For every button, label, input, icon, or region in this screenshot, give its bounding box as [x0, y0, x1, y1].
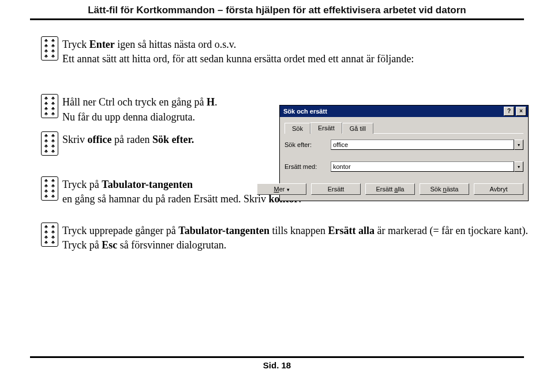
footer-rule — [30, 356, 524, 358]
text-bold: office — [88, 134, 112, 145]
text: Tryck upprepade gånger på — [62, 225, 178, 236]
text-bold: Tabulator-tangenten — [102, 179, 193, 190]
text-bold: Ersätt alla — [328, 225, 375, 236]
cancel-button[interactable]: Avbryt — [474, 183, 523, 195]
text: igen så hittas nästa ord o.s.v. — [115, 39, 236, 50]
find-dropdown[interactable]: ▾ — [514, 140, 523, 150]
text-bold: H — [207, 96, 215, 108]
text: Nu får du upp denna dialogruta. — [62, 111, 195, 123]
text: tills knappen — [269, 225, 328, 236]
replace-dropdown[interactable]: ▾ — [514, 161, 523, 172]
text: Tryck på — [62, 179, 102, 190]
list-item: ♣♣♣♣♣♣♣♣ Tryck upprepade gånger på Tabul… — [37, 223, 531, 252]
text-bold: Esc — [102, 239, 117, 251]
text: en gång så hamnar du på raden Ersätt med… — [62, 193, 268, 205]
text-bold: Tabulator-tangenten — [178, 225, 269, 236]
text-bold: Enter — [89, 39, 115, 50]
tabs: Sök Ersätt Gå till — [285, 120, 523, 133]
page-number: Sid. 18 — [0, 360, 554, 370]
text: . — [215, 96, 218, 108]
text: på raden — [111, 134, 152, 145]
card-bullet-icon: ♣♣♣♣♣♣♣♣ — [37, 36, 62, 61]
dialog-title: Sök och ersätt — [283, 108, 502, 115]
text: Håll ner Ctrl och tryck en gång på — [62, 96, 207, 108]
replace-all-button[interactable]: Ersätt allaErsätt alla — [365, 183, 415, 195]
help-button[interactable]: ? — [504, 107, 514, 116]
list-item: ♣♣♣♣♣♣♣♣ Tryck Enter igen så hittas näst… — [37, 36, 531, 66]
card-bullet-icon: ♣♣♣♣♣♣♣♣ — [37, 223, 62, 247]
text: Skriv — [62, 134, 88, 145]
card-bullet-icon: ♣♣♣♣♣♣♣♣ — [37, 131, 62, 156]
find-label: Sök efter: — [285, 141, 331, 148]
dialog-titlebar[interactable]: Sök och ersätt ? × — [280, 105, 528, 117]
page-title: Lätt-fil för Kortkommandon – första hjäl… — [23, 5, 531, 16]
find-replace-dialog: Sök och ersätt ? × Sök Ersätt Gå till Sö… — [279, 105, 529, 201]
card-bullet-icon: ♣♣♣♣♣♣♣♣ — [37, 176, 62, 201]
tab-replace[interactable]: Ersätt — [310, 122, 342, 134]
text: Tryck — [62, 39, 89, 50]
replace-button[interactable]: Ersätt — [311, 183, 361, 195]
header-rule — [30, 18, 524, 20]
replace-label: Ersätt med: — [285, 163, 331, 170]
find-next-button[interactable]: Sök nästaSök nästa — [420, 183, 469, 195]
replace-input[interactable] — [331, 161, 514, 172]
close-button[interactable]: × — [516, 107, 526, 116]
find-input[interactable] — [331, 140, 514, 150]
text: så försvinner dialogrutan. — [117, 239, 226, 251]
chevron-down-icon: ▾ — [287, 187, 290, 193]
more-button[interactable]: MMerer ▾ — [257, 183, 306, 195]
tab-goto[interactable]: Gå till — [342, 123, 373, 134]
card-bullet-icon: ♣♣♣♣♣♣♣♣ — [37, 94, 62, 118]
tab-find[interactable]: Sök — [285, 123, 310, 134]
text: Ett annat sätt att hitta ord, för att se… — [62, 53, 414, 65]
text-bold: Sök efter. — [152, 134, 194, 145]
